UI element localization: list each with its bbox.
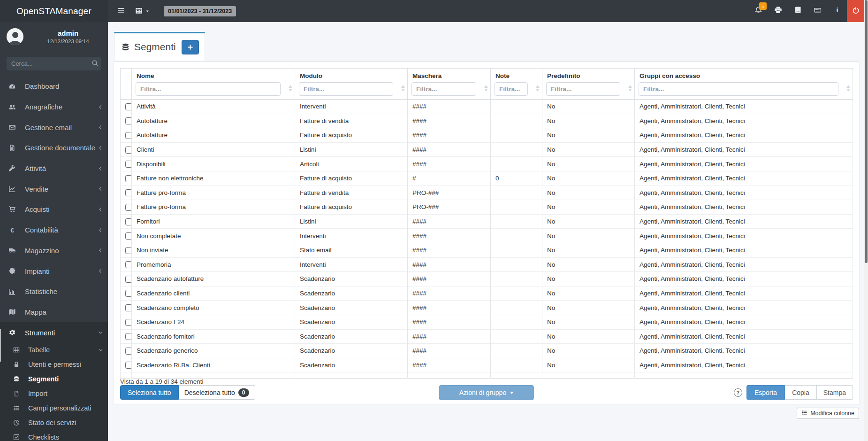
avatar[interactable] <box>7 28 23 45</box>
sidebar-item-anagrafiche[interactable]: Anagrafiche <box>0 97 108 117</box>
row-checkbox[interactable] <box>125 304 132 311</box>
row-checkbox[interactable] <box>125 319 132 326</box>
sidebar-item-gestione-email[interactable]: Gestione email <box>0 117 108 138</box>
sidebar-item-impianti[interactable]: Impianti <box>0 261 108 281</box>
row-checkbox[interactable] <box>125 189 132 196</box>
select-all-button[interactable]: Seleziona tutto <box>120 385 179 400</box>
row-checkbox[interactable] <box>125 147 132 154</box>
filter-input-predefinito[interactable] <box>546 82 620 96</box>
sidebar-item-strumenti[interactable]: Strumenti <box>0 322 108 343</box>
user-name[interactable]: admin <box>33 29 103 37</box>
add-segment-button[interactable] <box>182 40 199 54</box>
table-row[interactable]: Scadenzario clientiScadenzario####NoAgen… <box>121 286 853 301</box>
filter-input-nome[interactable] <box>136 82 281 96</box>
sidebar-item-stato-dei-servizi[interactable]: Stato dei servizi <box>0 416 108 430</box>
sidebar-item-attivita[interactable]: Attività <box>0 158 108 179</box>
row-checkbox[interactable] <box>125 261 132 268</box>
sidebar-item-vendite[interactable]: Vendite <box>0 178 108 199</box>
sidebar-item-utenti-e-permessi[interactable]: Utenti e permessi <box>0 357 108 372</box>
column-header-predefinito[interactable]: Predefinito <box>542 69 635 100</box>
sidebar-item-gestione-documentale[interactable]: Gestione documentale <box>0 138 108 158</box>
hamburger-icon[interactable] <box>117 7 125 16</box>
tab-segmenti[interactable]: Segmenti <box>114 32 205 61</box>
date-range-badge[interactable]: 01/01/2023 - 31/12/2023 <box>164 6 236 16</box>
sidebar-item-mappa[interactable]: Mappa <box>0 302 108 323</box>
sort-arrows-icon[interactable] <box>484 85 488 92</box>
printer-button[interactable] <box>768 0 788 22</box>
filter-input-modulo[interactable] <box>299 82 393 96</box>
search-input[interactable] <box>7 57 101 70</box>
sidebar-item-segmenti[interactable]: Segmenti <box>0 372 108 387</box>
table-row[interactable]: Scadenzario autofattureScadenzario####No… <box>121 272 853 286</box>
sidebar-item-statistiche[interactable]: Statistiche <box>0 281 108 302</box>
row-checkbox[interactable] <box>125 333 132 340</box>
row-checkbox[interactable] <box>125 247 132 254</box>
row-checkbox[interactable] <box>125 218 132 225</box>
sidebar-item-checklists[interactable]: Checklists <box>0 430 108 441</box>
table-row[interactable]: Scadenzario Ri.Ba. ClientiScadenzario###… <box>121 358 853 372</box>
column-header-gruppi-con-accesso[interactable]: Gruppi con accesso <box>635 69 853 100</box>
filter-input-gruppi-con-accesso[interactable] <box>639 82 838 96</box>
sidebar-scrollbar-thumb[interactable] <box>0 329 1 362</box>
bell-button[interactable]: ☼ <box>748 0 768 22</box>
table-row[interactable]: FornitoriListini####NoAgenti, Amministra… <box>121 214 853 229</box>
sidebar-item-acquisti[interactable]: Acquisti <box>0 199 108 220</box>
column-header-nome[interactable]: Nome <box>132 69 295 100</box>
sidebar-item-import[interactable]: Import <box>0 387 108 401</box>
table-row[interactable]: Scadenzario F24Scadenzario####NoAgenti, … <box>121 315 853 329</box>
row-checkbox[interactable] <box>125 348 132 355</box>
table-row[interactable]: Scadenzario completoScadenzario####NoAge… <box>121 301 853 315</box>
sort-arrows-icon[interactable] <box>401 85 405 92</box>
row-checkbox[interactable] <box>125 232 132 240</box>
row-checkbox[interactable] <box>125 161 132 168</box>
column-header-note[interactable]: Note <box>491 69 542 100</box>
info-button[interactable]: i <box>827 0 847 22</box>
row-checkbox[interactable] <box>125 103 132 110</box>
table-row[interactable]: AutofattureFatture di vendita####NoAgent… <box>121 114 853 128</box>
column-header-modulo[interactable]: Modulo <box>295 69 408 100</box>
logout-button[interactable] <box>847 0 864 22</box>
column-header-maschera[interactable]: Maschera <box>408 69 491 100</box>
search-icon[interactable] <box>91 60 99 68</box>
row-checkbox[interactable] <box>125 362 132 369</box>
period-picker[interactable] <box>135 7 150 16</box>
table-row[interactable]: AutofattureFatture di acquisto####NoAgen… <box>121 128 853 143</box>
filter-input-note[interactable] <box>495 82 528 96</box>
table-row[interactable]: Non completateInterventi####NoAgenti, Am… <box>121 229 853 243</box>
row-checkbox[interactable] <box>125 117 132 124</box>
table-row[interactable]: Non inviateStato email####NoAgenti, Ammi… <box>121 243 853 257</box>
sort-arrows-icon[interactable] <box>628 85 632 92</box>
group-actions-button[interactable]: Azioni di gruppo <box>439 385 534 400</box>
sort-arrows-icon[interactable] <box>846 85 850 92</box>
help-icon[interactable]: ? <box>734 388 742 397</box>
book-button[interactable] <box>788 0 807 22</box>
row-checkbox[interactable] <box>125 290 132 297</box>
table-row[interactable]: Fatture non elettronicheFatture di acqui… <box>121 171 853 186</box>
sidebar-item-tabelle[interactable]: Tabelle <box>0 343 108 357</box>
row-checkbox[interactable] <box>125 276 132 283</box>
table-row[interactable]: Scadenzario fornitoriScadenzario####NoAg… <box>121 329 853 344</box>
table-row[interactable]: ClientiListini####NoAgenti, Amministrato… <box>121 142 853 157</box>
row-checkbox[interactable] <box>125 204 132 211</box>
row-checkbox[interactable] <box>125 132 132 139</box>
window-scrollbar-thumb[interactable] <box>865 0 868 263</box>
table-row[interactable]: Scadenzario genericoScadenzario####NoAge… <box>121 344 853 358</box>
sort-arrows-icon[interactable] <box>289 85 292 92</box>
sort-arrows-icon[interactable] <box>536 85 540 92</box>
table-row[interactable]: PromemoriaInterventi####NoAgenti, Ammini… <box>121 257 853 272</box>
deselect-all-button[interactable]: Deseleziona tutto 0 <box>179 385 255 400</box>
copy-button[interactable]: Copia <box>785 385 817 400</box>
export-button[interactable]: Esporta <box>746 385 785 400</box>
table-row[interactable]: AttivitàInterventi####NoAgenti, Amminist… <box>121 100 853 114</box>
sidebar-item-contabilita[interactable]: €Contabilità <box>0 220 108 240</box>
print-button[interactable]: Stampa <box>817 385 853 400</box>
sidebar-item-dashboard[interactable]: Dashboard <box>0 76 108 97</box>
table-row[interactable]: DisponibiliArticoli####NoAgenti, Amminis… <box>121 157 853 171</box>
row-checkbox[interactable] <box>125 175 132 182</box>
sidebar-item-campi-personalizzati[interactable]: Campi personalizzati <box>0 401 108 416</box>
modify-columns-button[interactable]: Modifica colonne <box>797 408 859 419</box>
filter-input-maschera[interactable] <box>411 82 476 96</box>
sidebar-item-magazzino[interactable]: Magazzino <box>0 240 108 261</box>
brand-logo[interactable]: OpenSTAManager <box>0 0 108 22</box>
keyboard-button[interactable] <box>807 0 827 22</box>
